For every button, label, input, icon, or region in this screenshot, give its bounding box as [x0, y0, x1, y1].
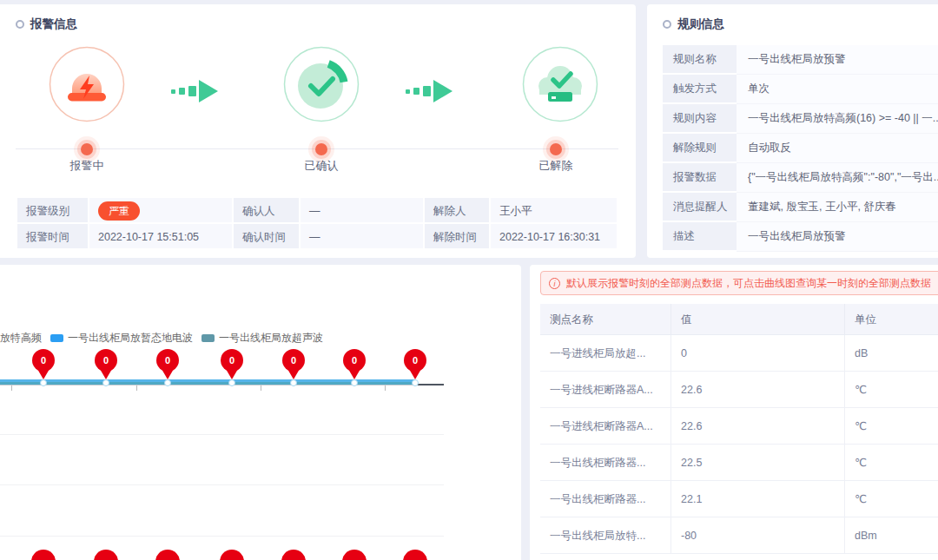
- rule-content-value: 一号出线柜局放特高频(16) >= -40 || 一...: [737, 104, 938, 134]
- alarm-detail-table: 报警级别 严重 确认人 — 解除人 王小平 报警时间 2022-10-17 15…: [17, 198, 618, 250]
- value-pin[interactable]: 0: [156, 349, 179, 372]
- section-bullet-icon: [663, 20, 671, 29]
- data-point-dot: [40, 379, 47, 386]
- value-pin[interactable]: 0: [32, 349, 55, 372]
- flow-arrow-icon: [406, 80, 452, 102]
- rule-row-notify: 消息提醒人 董建斌, 殷宝玉, 王小平, 舒庆春: [663, 193, 938, 222]
- alarm-data-label: 报警数据: [663, 163, 737, 193]
- alarm-time-label: 报警时间: [17, 224, 89, 250]
- point-unit: dBm: [845, 517, 938, 554]
- value-pin[interactable]: 0: [404, 349, 426, 372]
- points-table-header: 测点名称 值 单位: [540, 304, 938, 335]
- table-row: 一号出线柜局放特... -80 dBm: [540, 517, 938, 554]
- value-pin-clipped[interactable]: [31, 550, 56, 560]
- notice-text: 默认展示报警时刻的全部测点数据，可点击曲线图查询某一时刻的全部测点数据: [566, 276, 931, 291]
- alarm-level-value: 严重: [89, 198, 234, 224]
- point-unit: dB: [845, 335, 938, 372]
- rule-row-description: 描述 一号出线柜局放预警: [663, 222, 938, 252]
- alarm-panel-header: 报警信息: [16, 16, 77, 32]
- point-unit: ℃: [845, 481, 938, 517]
- legend-swatch-tev-icon[interactable]: [50, 334, 63, 342]
- legend-item-uhf[interactable]: 放特高频: [0, 331, 42, 346]
- legend-swatch-ultrasonic-icon[interactable]: [201, 334, 215, 342]
- alarm-level-label: 报警级别: [17, 198, 89, 224]
- step-label-confirmed: 已确认: [282, 158, 360, 174]
- alarm-info-panel: 报警信息: [0, 4, 636, 258]
- point-value: 22.6: [671, 372, 845, 408]
- point-value: 22.5: [671, 445, 845, 481]
- gridline: [0, 536, 444, 537]
- value-pin-clipped[interactable]: [155, 550, 180, 560]
- timeline-dot-confirmed: [315, 143, 327, 155]
- alarm-data-value: {"一号出线柜局放特高频":"-80","一号出...: [737, 163, 938, 193]
- resolve-person-label: 解除人: [425, 198, 491, 224]
- rule-row-release: 解除规则 自动取反: [663, 134, 938, 163]
- point-name: 一号进线柜断路器A...: [540, 408, 671, 445]
- alarm-panel-title: 报警信息: [30, 16, 77, 32]
- timeline-dot-alarming: [81, 143, 93, 155]
- legend-item-ultrasonic[interactable]: 一号出线柜局放超声波: [219, 331, 323, 346]
- data-point-dot: [351, 379, 358, 386]
- table-row: 一号进线柜断路器A... 22.6 ℃: [540, 408, 938, 445]
- point-name: 一号进线柜局放超...: [540, 335, 671, 372]
- value-pin[interactable]: 0: [282, 349, 305, 372]
- value-pin-clipped[interactable]: [94, 550, 118, 560]
- alarm-siren-icon: [49, 46, 125, 122]
- notify-people-label: 消息提醒人: [663, 193, 737, 222]
- timeline-dot-resolved: [550, 143, 562, 155]
- rule-row-trigger: 触发方式 单次: [663, 75, 938, 104]
- step-label-alarming: 报警中: [48, 158, 126, 174]
- data-point-dot: [102, 379, 109, 386]
- confirm-time-label: 确认时间: [234, 224, 301, 250]
- confirm-person-value: —: [301, 198, 425, 224]
- value-pin[interactable]: 0: [221, 349, 243, 372]
- trend-chart-panel: 放特高频 一号出线柜局放暂态地电波 一号出线柜局放超声波: [0, 265, 521, 560]
- table-row: 一号出线柜断路器... 22.1 ℃: [540, 481, 938, 517]
- release-rule-value: 自动取反: [737, 134, 938, 163]
- point-value: 22.6: [671, 408, 845, 445]
- value-pin-clipped[interactable]: [342, 550, 367, 560]
- flow-arrow-icon: [171, 80, 218, 102]
- point-unit: ℃: [845, 408, 938, 445]
- step-label-resolved: 已解除: [517, 158, 595, 174]
- confirm-person-label: 确认人: [234, 198, 301, 224]
- value-pin[interactable]: 0: [343, 349, 366, 372]
- value-pin-clipped[interactable]: [220, 550, 244, 560]
- col-header-unit: 单位: [845, 304, 938, 335]
- value-pin-clipped[interactable]: [403, 550, 427, 560]
- section-bullet-icon: [16, 20, 24, 29]
- point-value: 0: [671, 335, 845, 372]
- gridline: [0, 434, 444, 435]
- axis-tick: [11, 385, 12, 391]
- chart-legend: 放特高频 一号出线柜局放暂态地电波 一号出线柜局放超声波: [0, 331, 323, 346]
- table-row: 一号进线柜断路器A... 22.6 ℃: [540, 372, 938, 408]
- resolve-person-value: 王小平: [491, 198, 618, 224]
- value-pin[interactable]: 0: [95, 349, 117, 372]
- rule-row-name: 规则名称 一号出线柜局放预警: [663, 45, 938, 75]
- legend-item-tev[interactable]: 一号出线柜局放暂态地电波: [68, 331, 193, 346]
- point-unit: ℃: [845, 445, 938, 481]
- notify-people-value: 董建斌, 殷宝玉, 王小平, 舒庆春: [737, 193, 938, 222]
- col-header-value: 值: [671, 304, 845, 335]
- rule-row-content: 规则内容 一号出线柜局放特高频(16) >= -40 || 一...: [663, 104, 938, 134]
- data-point-dot: [164, 379, 171, 386]
- description-value: 一号出线柜局放预警: [737, 222, 938, 252]
- rule-table: 规则名称 一号出线柜局放预警 触发方式 单次 规则内容 一号出线柜局放特高频(1…: [663, 45, 938, 252]
- rule-name-label: 规则名称: [663, 45, 737, 75]
- data-point-dot: [228, 379, 235, 386]
- col-header-name: 测点名称: [540, 304, 671, 335]
- alarm-time-value: 2022-10-17 15:51:05: [89, 224, 234, 250]
- trigger-mode-value: 单次: [737, 75, 938, 104]
- description-label: 描述: [663, 222, 737, 252]
- value-pin-clipped[interactable]: [281, 550, 306, 560]
- rule-content-label: 规则内容: [663, 104, 737, 134]
- point-name: 一号出线柜断路器...: [540, 445, 671, 481]
- alarm-dashboard: 报警信息: [0, 0, 938, 560]
- rule-row-data: 报警数据 {"一号出线柜局放特高频":"-80","一号出...: [663, 163, 938, 193]
- confirm-time-value: —: [301, 224, 425, 250]
- data-point-dot: [290, 379, 297, 386]
- rule-info-panel: 规则信息 规则名称 一号出线柜局放预警 触发方式 单次 规则内容 一号出线柜局放…: [647, 4, 938, 258]
- x-axis-line: [0, 385, 444, 385]
- info-icon: i: [549, 278, 560, 289]
- resolve-time-value: 2022-10-17 16:30:31: [491, 224, 618, 250]
